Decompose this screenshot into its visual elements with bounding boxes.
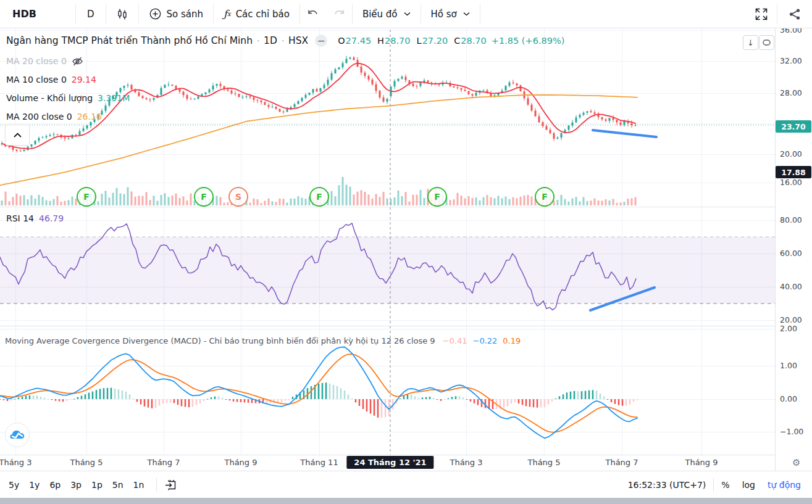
symbol-button[interactable]: HDB: [0, 0, 75, 28]
indicator-legends: MA 20 close 0 MA 10 close 0 29.14 Volume…: [6, 52, 130, 126]
time-axis[interactable]: Tháng 3Tháng 5Tháng 7Tháng 9Tháng 11Thán…: [0, 455, 775, 471]
share-button[interactable]: [777, 0, 812, 28]
trading-chart-app: HDB D So sánh ƒx Các chỉ báo: [0, 0, 812, 504]
time-tick-label: Tháng 5: [527, 458, 560, 467]
down-arrow-icon: ↓: [747, 38, 754, 48]
auto-scale-button[interactable]: tự động: [768, 480, 801, 490]
range-button-1y[interactable]: 1y: [24, 477, 44, 493]
time-tick-label: Tháng 9: [685, 458, 718, 467]
event-badge-F[interactable]: F: [194, 187, 214, 207]
gear-icon[interactable]: ⚙: [792, 457, 800, 468]
indicator-label: MA 10 close 0: [6, 75, 67, 85]
axis-tick-label: 60.00: [780, 248, 802, 259]
bottom-scroll-strip[interactable]: [0, 498, 812, 504]
legend-row-ma200[interactable]: MA 200 close 0 26.16: [6, 107, 130, 126]
eye-off-icon[interactable]: [72, 56, 83, 67]
fx-icon: ƒx: [224, 8, 231, 20]
footer-divider: [713, 478, 714, 492]
rsi-legend[interactable]: RSI 14 46.79: [6, 213, 64, 223]
go-to-latest-button[interactable]: ↓: [743, 35, 758, 50]
axis-tick-label: 40.00: [780, 281, 802, 292]
undo-icon: [306, 8, 320, 20]
scale-controls: % log tự động: [721, 480, 812, 490]
compare-button[interactable]: So sánh: [139, 0, 214, 28]
time-tick-label: Tháng 5: [70, 458, 103, 467]
instrument-name: Ngân hàng TMCP Phát triển Thành phố Hồ C…: [6, 35, 253, 46]
indicator-value: −0.41: [443, 336, 467, 345]
indicators-button[interactable]: ƒx Các chỉ báo: [214, 0, 299, 28]
legend-exchange: HSX: [288, 35, 308, 46]
event-badge-F[interactable]: F: [535, 187, 555, 207]
axis-tick-label: −1.00: [780, 426, 803, 437]
footer-divider: [156, 478, 157, 492]
time-tick-label: Tháng 3: [0, 458, 32, 467]
range-button-6p[interactable]: 6p: [44, 477, 65, 493]
price-badge: 23.70: [776, 120, 811, 133]
range-button-1n[interactable]: 1n: [128, 477, 149, 493]
fullscreen-icon: [755, 7, 768, 21]
time-tick-label: Tháng 9: [224, 458, 257, 467]
legend-separator: ·: [257, 36, 259, 46]
ohlc-item: H28.70: [377, 36, 410, 46]
crosshair-date-badge: 24 Tháng 12 '21: [346, 456, 433, 469]
profile-menu-label: Hồ sơ: [431, 9, 457, 20]
main-series-legend[interactable]: Ngân hàng TMCP Phát triển Thành phố Hồ C…: [6, 35, 564, 47]
macd-legend[interactable]: Moving Average Covergence Divergence (MA…: [5, 336, 521, 345]
ohlc-values: O27.45H28.70L27.20C28.70: [338, 36, 487, 46]
indicator-label: MA 20 close 0: [6, 56, 67, 66]
chart-style-button[interactable]: [106, 0, 138, 28]
trendline-drawing[interactable]: [593, 130, 656, 137]
range-button-5y[interactable]: 5y: [4, 477, 24, 493]
event-badge-S[interactable]: S: [228, 187, 248, 207]
indicator-value: 0.19: [503, 336, 521, 345]
undo-button[interactable]: [300, 0, 326, 28]
interval-button[interactable]: D: [76, 0, 106, 28]
interval-label: D: [87, 9, 94, 20]
plus-circle-icon: [149, 7, 162, 20]
axis-tick-label: 16.00: [780, 177, 802, 188]
ohlc-item: C28.70: [454, 36, 487, 46]
time-tick-label: Tháng 11: [300, 458, 338, 467]
redo-button[interactable]: [326, 0, 352, 28]
legend-row-ma10[interactable]: MA 10 close 0 29.14: [6, 70, 130, 89]
scroll-up-button[interactable]: [5, 125, 30, 146]
axis-tick-label: 80.00: [780, 215, 802, 226]
legend-row-ma20[interactable]: MA 20 close 0: [6, 52, 130, 70]
time-tick-label: Tháng 7: [147, 458, 180, 467]
log-scale-button[interactable]: log: [742, 480, 755, 490]
range-buttons: 5y1y6p3p1p5n1n: [0, 477, 149, 493]
collapse-legend-button[interactable]: —: [315, 35, 327, 47]
range-button-1p[interactable]: 1p: [86, 477, 107, 493]
range-button-3p[interactable]: 3p: [65, 477, 86, 493]
event-badge-F[interactable]: F: [77, 187, 96, 207]
indicator-label: Moving Average Covergence Divergence (MA…: [5, 336, 435, 345]
price-badge: 17.88: [776, 166, 811, 178]
ohlc-item: L27.20: [417, 36, 448, 46]
axis-tick-label: 0.00: [780, 394, 797, 405]
indicators-label: Các chỉ báo: [236, 9, 290, 20]
symbol-label: HDB: [12, 8, 36, 20]
legend-row-volume[interactable]: Volume - Khối lượng 3.391M: [6, 89, 130, 107]
indicator-value: 46.79: [39, 213, 64, 223]
redo-icon: [332, 8, 346, 20]
event-badge-F[interactable]: F: [309, 187, 329, 207]
chevron-down-icon: [404, 12, 411, 16]
clock[interactable]: 16:52:33 (UTC+7): [628, 480, 706, 490]
price-axis[interactable]: 36.0032.0028.0020.0016.0080.0060.0040.00…: [775, 28, 812, 471]
event-badge-F[interactable]: F: [427, 187, 447, 207]
fullscreen-button[interactable]: [746, 0, 777, 28]
ohlc-item: O27.45: [338, 36, 371, 46]
maximize-pane-button[interactable]: [759, 35, 774, 50]
range-button-5n[interactable]: 5n: [107, 477, 128, 493]
go-to-date-button[interactable]: [164, 479, 178, 491]
change-value: +1.85 (+6.89%): [492, 36, 565, 46]
indicator-label: RSI 14: [6, 213, 34, 223]
time-tick-label: Tháng 3: [450, 458, 482, 467]
compare-label: So sánh: [167, 9, 204, 20]
chart-menu-button[interactable]: Biểu đồ: [353, 0, 421, 28]
chart-menu-label: Biểu đồ: [362, 9, 398, 20]
profile-menu-button[interactable]: Hồ sơ: [421, 0, 480, 28]
percent-scale-button[interactable]: %: [721, 480, 729, 490]
chevron-down-icon: [463, 12, 470, 16]
axis-tick-label: 20.00: [780, 149, 802, 160]
